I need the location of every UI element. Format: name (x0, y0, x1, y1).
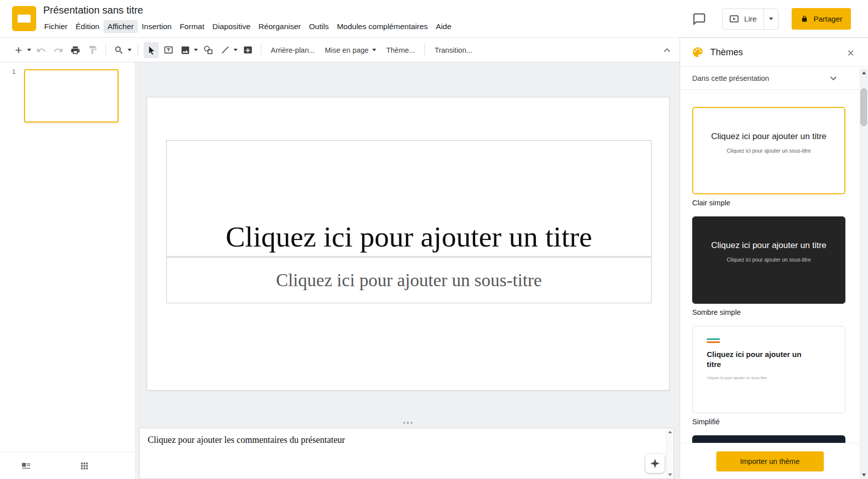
theme-card-partial[interactable] (692, 435, 845, 443)
select-tool-button[interactable] (144, 42, 159, 58)
zoom-options-button[interactable] (126, 42, 133, 58)
comment-icon (693, 13, 706, 26)
theme-card-subtitle: Cliquez ici pour ajouter un sous-titre (707, 376, 845, 380)
slides-logo-inner (18, 15, 31, 23)
title-placeholder[interactable]: Cliquez ici pour ajouter un titre (166, 140, 652, 257)
view-switcher (0, 452, 135, 479)
in-this-presentation-row[interactable]: Dans cette présentation (680, 67, 859, 90)
theme-item-sombre-simple: Cliquez ici pour ajouter un titre Clique… (692, 216, 845, 317)
explore-button[interactable] (645, 454, 665, 473)
print-icon (70, 45, 80, 55)
theme-card-simplifie[interactable]: Cliquez ici pour ajouter un titre Clique… (692, 326, 845, 413)
notes-resize-handle[interactable] (136, 422, 680, 424)
close-icon (846, 48, 855, 58)
toolbar-divider (105, 44, 106, 56)
menu-outils[interactable]: Outils (305, 20, 333, 33)
menu-edition[interactable]: Édition (72, 20, 103, 33)
insert-image-button[interactable] (178, 42, 193, 58)
speaker-notes-pane[interactable]: Cliquez pour ajouter les commentaires du… (139, 428, 674, 479)
insert-image-options-button[interactable] (192, 42, 199, 58)
comments-button[interactable] (689, 9, 709, 29)
expand-section-button[interactable] (827, 72, 839, 84)
import-theme-button[interactable]: Importer un thème (716, 451, 824, 471)
scroll-up-icon (668, 431, 672, 433)
present-label: Lire (744, 15, 756, 23)
panel-scrollbar[interactable] (859, 68, 868, 479)
theme-item-clair-simple: Cliquez ici pour ajouter un titre Clique… (692, 107, 845, 207)
paint-format-button[interactable] (85, 42, 100, 58)
themes-panel: Thèmes Dans cette présentation Cliquez i… (680, 38, 868, 479)
layout-button[interactable]: Mise en page (320, 42, 381, 58)
scroll-down-button[interactable] (859, 470, 868, 479)
theme-card-title: Cliquez ici pour ajouter un titre (693, 217, 845, 252)
plus-icon (14, 45, 24, 55)
grid-view-icon (79, 461, 89, 471)
menu-format[interactable]: Format (176, 20, 208, 33)
slide-number: 1 (12, 68, 16, 75)
theme-accent-dashes (707, 338, 720, 343)
play-icon (729, 14, 739, 24)
collapse-toolbar-button[interactable] (661, 44, 674, 57)
share-button[interactable]: Partager (792, 8, 851, 30)
themes-panel-header: Thèmes (680, 38, 868, 67)
palette-icon (691, 46, 704, 59)
theme-card-subtitle: Cliquez ici pour ajouter un sous-titre (693, 148, 844, 154)
line-tool-button[interactable] (218, 42, 233, 58)
slide-thumbnail-1[interactable] (24, 69, 119, 123)
undo-button[interactable] (34, 42, 49, 58)
current-slide[interactable]: Cliquez ici pour ajouter un titre Clique… (147, 97, 670, 391)
editing-canvas: Cliquez ici pour ajouter un titre Clique… (136, 62, 680, 479)
theme-label: Thème... (386, 46, 415, 54)
slides-logo-icon[interactable] (12, 6, 36, 31)
menu-afficher[interactable]: Afficher (103, 20, 138, 33)
line-tool-options-button[interactable] (232, 42, 239, 58)
scroll-up-button[interactable] (859, 68, 868, 77)
menu-fichier[interactable]: Fichier (40, 20, 72, 33)
grid-view-button[interactable] (74, 456, 94, 476)
theme-button[interactable]: Thème... (381, 42, 420, 58)
theme-card-title: Cliquez ici pour ajouter un titre (693, 108, 844, 143)
share-label: Partager (813, 15, 842, 23)
theme-card-sombre-simple[interactable]: Cliquez ici pour ajouter un titre Clique… (692, 216, 845, 304)
shape-tool-button[interactable] (200, 42, 215, 58)
transition-label: Transition... (435, 46, 472, 54)
notes-scrollbar[interactable] (666, 428, 674, 478)
undo-icon (36, 45, 46, 55)
text-box-tool-button[interactable] (161, 42, 176, 58)
menu-reorganiser[interactable]: Réorganiser (255, 20, 305, 33)
close-panel-button[interactable] (844, 46, 857, 59)
new-slide-button[interactable] (11, 42, 26, 58)
themes-list: Cliquez ici pour ajouter un titre Clique… (680, 90, 859, 443)
speaker-notes-placeholder[interactable]: Cliquez pour ajouter les commentaires du… (148, 435, 345, 445)
header-actions: Lire Partager (689, 0, 868, 38)
chevron-up-icon (662, 45, 673, 56)
theme-item-simplifie: Cliquez ici pour ajouter un titre Clique… (692, 326, 845, 426)
subtitle-placeholder[interactable]: Cliquez ici pour ajouter un sous-titre (166, 257, 652, 303)
background-label: Arrière-plan... (271, 46, 315, 54)
print-button[interactable] (68, 42, 83, 58)
new-slide-layout-button[interactable] (26, 42, 33, 58)
menu-modules[interactable]: Modules complémentaires (333, 20, 432, 33)
scroll-up-icon (862, 71, 866, 74)
scrollbar-thumb[interactable] (860, 88, 867, 126)
image-icon (180, 45, 190, 55)
document-title[interactable]: Présentation sans titre (43, 5, 143, 16)
menu-aide[interactable]: Aide (432, 20, 456, 33)
present-options-button[interactable] (764, 9, 778, 29)
menu-insertion[interactable]: Insertion (138, 20, 175, 33)
section-label: Dans cette présentation (692, 74, 769, 82)
chevron-down-icon (194, 49, 198, 51)
menu-diapositive[interactable]: Diapositive (208, 20, 255, 33)
background-button[interactable]: Arrière-plan... (266, 42, 320, 58)
insert-placeholder-button[interactable] (240, 42, 255, 58)
layout-label: Mise en page (325, 46, 369, 54)
theme-card-clair-simple[interactable]: Cliquez ici pour ajouter un titre Clique… (692, 107, 845, 194)
redo-button[interactable] (51, 42, 66, 58)
toolbar: Arrière-plan... Mise en page Thème... Tr… (0, 38, 680, 62)
filmstrip-view-icon (21, 460, 32, 471)
transition-button[interactable]: Transition... (429, 42, 477, 58)
present-button[interactable]: Lire (723, 9, 764, 29)
zoom-button[interactable] (112, 42, 127, 58)
filmstrip-view-button[interactable] (16, 456, 36, 476)
lock-icon (800, 15, 809, 23)
